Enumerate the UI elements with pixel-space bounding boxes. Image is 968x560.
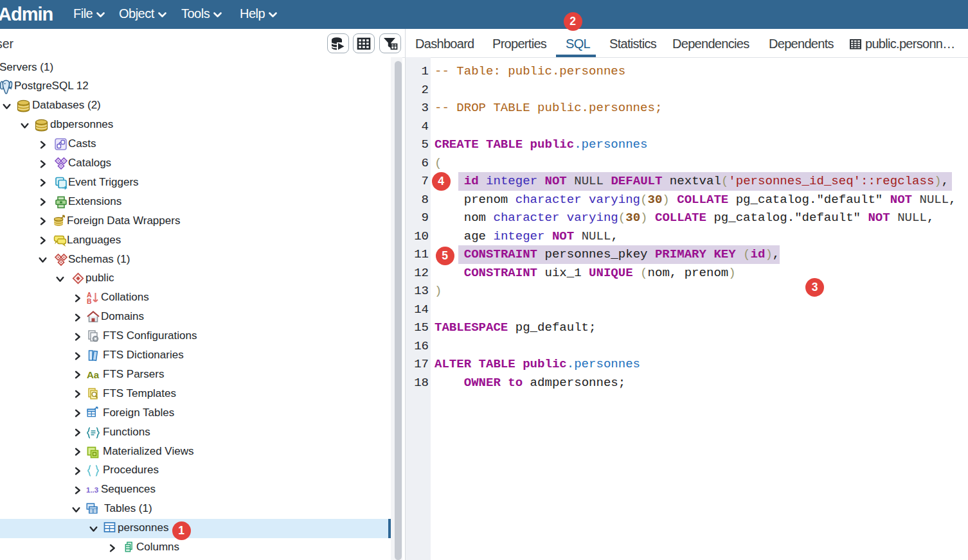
svg-text:1..3: 1..3	[86, 486, 98, 494]
svg-text:B: B	[87, 297, 92, 305]
svg-text:Aa: Aa	[87, 369, 100, 380]
